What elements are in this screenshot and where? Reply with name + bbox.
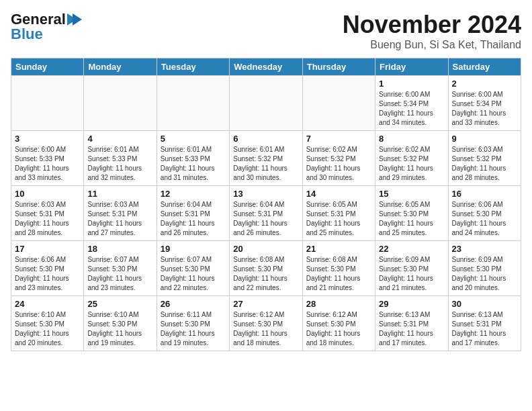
day-info: Sunrise: 6:07 AM Sunset: 5:30 PM Dayligh… (161, 255, 226, 293)
calendar-header-friday: Friday (375, 58, 448, 76)
calendar-cell: 29Sunrise: 6:13 AM Sunset: 5:31 PM Dayli… (375, 296, 448, 351)
day-info: Sunrise: 6:00 AM Sunset: 5:34 PM Dayligh… (452, 90, 517, 128)
day-number: 28 (306, 299, 371, 309)
calendar-cell: 9Sunrise: 6:03 AM Sunset: 5:32 PM Daylig… (448, 131, 521, 186)
calendar-cell (157, 76, 229, 131)
day-number: 6 (233, 134, 298, 144)
calendar-cell (230, 76, 302, 131)
calendar-week-row: 10Sunrise: 6:03 AM Sunset: 5:31 PM Dayli… (11, 186, 521, 241)
calendar-cell: 1Sunrise: 6:00 AM Sunset: 5:34 PM Daylig… (375, 76, 448, 131)
day-number: 15 (379, 189, 444, 199)
day-number: 8 (379, 134, 444, 144)
day-info: Sunrise: 6:12 AM Sunset: 5:30 PM Dayligh… (233, 310, 298, 348)
calendar-week-row: 3Sunrise: 6:00 AM Sunset: 5:33 PM Daylig… (11, 131, 521, 186)
calendar-cell: 2Sunrise: 6:00 AM Sunset: 5:34 PM Daylig… (448, 76, 521, 131)
calendar-header-thursday: Thursday (302, 58, 375, 76)
calendar-week-row: 1Sunrise: 6:00 AM Sunset: 5:34 PM Daylig… (11, 76, 521, 131)
day-info: Sunrise: 6:08 AM Sunset: 5:30 PM Dayligh… (233, 255, 298, 293)
calendar-cell: 15Sunrise: 6:05 AM Sunset: 5:30 PM Dayli… (375, 186, 448, 241)
calendar-cell: 19Sunrise: 6:07 AM Sunset: 5:30 PM Dayli… (157, 241, 229, 296)
calendar-cell: 18Sunrise: 6:07 AM Sunset: 5:30 PM Dayli… (84, 241, 157, 296)
svg-marker-1 (73, 13, 82, 26)
day-info: Sunrise: 6:03 AM Sunset: 5:32 PM Dayligh… (452, 145, 517, 183)
logo-arrow-icon (67, 13, 82, 26)
calendar-cell (84, 76, 157, 131)
calendar-cell: 26Sunrise: 6:11 AM Sunset: 5:30 PM Dayli… (157, 296, 229, 351)
calendar-cell: 6Sunrise: 6:01 AM Sunset: 5:32 PM Daylig… (230, 131, 302, 186)
day-info: Sunrise: 6:01 AM Sunset: 5:33 PM Dayligh… (161, 145, 226, 183)
calendar-cell: 11Sunrise: 6:03 AM Sunset: 5:31 PM Dayli… (84, 186, 157, 241)
day-number: 22 (379, 244, 444, 254)
day-number: 14 (306, 189, 371, 199)
day-info: Sunrise: 6:04 AM Sunset: 5:31 PM Dayligh… (161, 200, 226, 238)
day-info: Sunrise: 6:01 AM Sunset: 5:33 PM Dayligh… (87, 145, 152, 183)
calendar-week-row: 24Sunrise: 6:10 AM Sunset: 5:30 PM Dayli… (11, 296, 521, 351)
day-info: Sunrise: 6:04 AM Sunset: 5:31 PM Dayligh… (233, 200, 298, 238)
day-number: 3 (15, 134, 80, 144)
day-number: 21 (306, 244, 371, 254)
calendar-table: SundayMondayTuesdayWednesdayThursdayFrid… (11, 58, 521, 351)
day-number: 13 (233, 189, 298, 199)
calendar-header-monday: Monday (84, 58, 157, 76)
day-number: 24 (15, 299, 80, 309)
day-number: 1 (379, 79, 444, 89)
calendar-cell: 12Sunrise: 6:04 AM Sunset: 5:31 PM Dayli… (157, 186, 229, 241)
calendar-cell (302, 76, 375, 131)
day-number: 29 (379, 299, 444, 309)
calendar-cell: 27Sunrise: 6:12 AM Sunset: 5:30 PM Dayli… (230, 296, 302, 351)
calendar-cell: 7Sunrise: 6:02 AM Sunset: 5:32 PM Daylig… (302, 131, 375, 186)
day-info: Sunrise: 6:00 AM Sunset: 5:33 PM Dayligh… (15, 145, 80, 183)
calendar-header-wednesday: Wednesday (230, 58, 302, 76)
location-subtitle: Bueng Bun, Si Sa Ket, Thailand (343, 39, 521, 51)
day-info: Sunrise: 6:12 AM Sunset: 5:30 PM Dayligh… (306, 310, 371, 348)
calendar-cell: 24Sunrise: 6:10 AM Sunset: 5:30 PM Dayli… (11, 296, 84, 351)
day-number: 16 (452, 189, 517, 199)
day-info: Sunrise: 6:08 AM Sunset: 5:30 PM Dayligh… (306, 255, 371, 293)
calendar-cell: 8Sunrise: 6:02 AM Sunset: 5:32 PM Daylig… (375, 131, 448, 186)
day-info: Sunrise: 6:00 AM Sunset: 5:34 PM Dayligh… (379, 90, 444, 128)
day-info: Sunrise: 6:06 AM Sunset: 5:30 PM Dayligh… (452, 200, 517, 238)
calendar-cell: 4Sunrise: 6:01 AM Sunset: 5:33 PM Daylig… (84, 131, 157, 186)
day-info: Sunrise: 6:03 AM Sunset: 5:31 PM Dayligh… (15, 200, 80, 238)
day-info: Sunrise: 6:07 AM Sunset: 5:30 PM Dayligh… (87, 255, 152, 293)
day-info: Sunrise: 6:02 AM Sunset: 5:32 PM Dayligh… (379, 145, 444, 183)
day-info: Sunrise: 6:06 AM Sunset: 5:30 PM Dayligh… (15, 255, 80, 293)
calendar-cell: 28Sunrise: 6:12 AM Sunset: 5:30 PM Dayli… (302, 296, 375, 351)
month-title: November 2024 (343, 11, 521, 39)
day-number: 18 (87, 244, 152, 254)
day-info: Sunrise: 6:01 AM Sunset: 5:32 PM Dayligh… (233, 145, 298, 183)
calendar-cell: 20Sunrise: 6:08 AM Sunset: 5:30 PM Dayli… (230, 241, 302, 296)
calendar-cell: 5Sunrise: 6:01 AM Sunset: 5:33 PM Daylig… (157, 131, 229, 186)
day-number: 7 (306, 134, 371, 144)
day-info: Sunrise: 6:09 AM Sunset: 5:30 PM Dayligh… (379, 255, 444, 293)
day-number: 2 (452, 79, 517, 89)
day-number: 12 (161, 189, 226, 199)
day-number: 9 (452, 134, 517, 144)
day-number: 26 (161, 299, 226, 309)
calendar-header-tuesday: Tuesday (157, 58, 229, 76)
day-info: Sunrise: 6:10 AM Sunset: 5:30 PM Dayligh… (87, 310, 152, 348)
calendar-cell: 22Sunrise: 6:09 AM Sunset: 5:30 PM Dayli… (375, 241, 448, 296)
calendar-cell: 10Sunrise: 6:03 AM Sunset: 5:31 PM Dayli… (11, 186, 84, 241)
day-info: Sunrise: 6:05 AM Sunset: 5:30 PM Dayligh… (379, 200, 444, 238)
day-number: 23 (452, 244, 517, 254)
day-number: 27 (233, 299, 298, 309)
calendar-cell: 14Sunrise: 6:05 AM Sunset: 5:31 PM Dayli… (302, 186, 375, 241)
title-block: November 2024 Bueng Bun, Si Sa Ket, Thai… (343, 11, 521, 51)
day-number: 19 (161, 244, 226, 254)
calendar-cell: 30Sunrise: 6:13 AM Sunset: 5:31 PM Dayli… (448, 296, 521, 351)
calendar-cell: 23Sunrise: 6:09 AM Sunset: 5:30 PM Dayli… (448, 241, 521, 296)
day-info: Sunrise: 6:09 AM Sunset: 5:30 PM Dayligh… (452, 255, 517, 293)
calendar-cell: 21Sunrise: 6:08 AM Sunset: 5:30 PM Dayli… (302, 241, 375, 296)
calendar-cell (11, 76, 84, 131)
calendar-header-saturday: Saturday (448, 58, 521, 76)
day-number: 11 (87, 189, 152, 199)
day-number: 4 (87, 134, 152, 144)
logo-blue: Blue (11, 26, 43, 43)
logo: General Blue (11, 11, 83, 43)
day-info: Sunrise: 6:11 AM Sunset: 5:30 PM Dayligh… (161, 310, 226, 348)
calendar-cell: 13Sunrise: 6:04 AM Sunset: 5:31 PM Dayli… (230, 186, 302, 241)
page-header: General Blue November 2024 Bueng Bun, Si… (11, 11, 521, 51)
day-info: Sunrise: 6:13 AM Sunset: 5:31 PM Dayligh… (452, 310, 517, 348)
calendar-header-sunday: Sunday (11, 58, 84, 76)
